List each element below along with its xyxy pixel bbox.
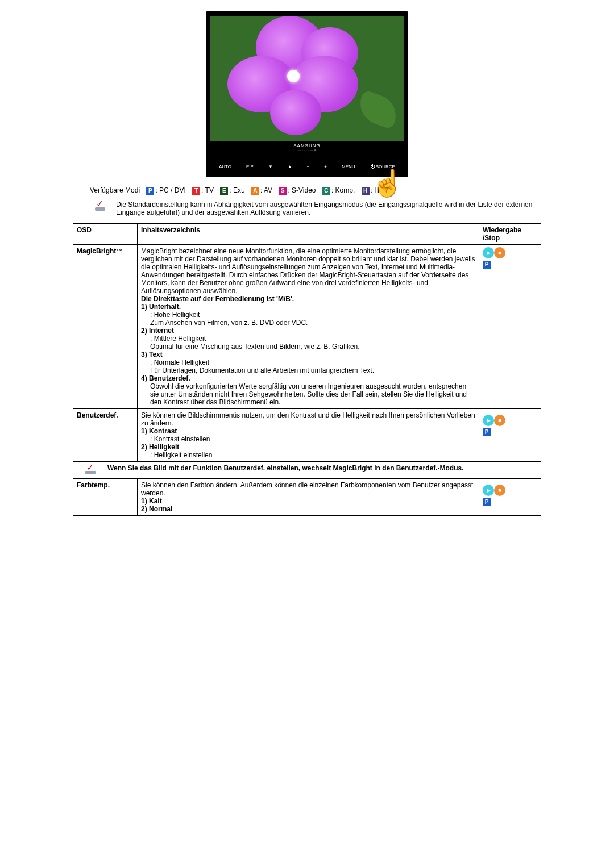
remote-btn-plus: +: [324, 164, 327, 169]
bd-opt1-a: : Kontrast einstellen: [141, 435, 475, 443]
stop-icon: [494, 485, 505, 496]
table-header-row: OSD Inhaltsverzeichnis Wiedergabe /Stop: [73, 223, 541, 244]
row-note: Wenn Sie das Bild mit der Funktion Benut…: [73, 461, 541, 478]
play-icon: [483, 247, 494, 258]
remote-btn-up: ▲: [288, 164, 292, 169]
bd-play-stop: P: [479, 408, 541, 461]
bd-opt2-h: 2) Helligkeit: [141, 443, 179, 451]
play-icon: [483, 485, 494, 496]
ft-opt1-h: 1) Kalt: [141, 497, 162, 505]
row-magicbright: MagicBright™ MagicBright bezeichnet eine…: [73, 244, 541, 408]
remote-btn-auto: AUTO: [219, 164, 231, 169]
available-modes-label: Verfügbare Modi: [90, 186, 140, 194]
mode-text-e: : Ext.: [229, 186, 244, 194]
hand-pointer-icon: ☝: [371, 170, 404, 196]
farbtemp-content: Sie können den Farbton ändern. Außerdem …: [138, 478, 479, 515]
check-icon: [77, 464, 104, 476]
mode-text-p: : PC / DVI: [155, 186, 185, 194]
mode-badge-h: H: [362, 187, 370, 195]
mb-opt3-h: 3) Text: [141, 350, 163, 358]
check-icon: [90, 201, 110, 212]
header-contents: Inhaltsverzeichnis: [138, 223, 479, 244]
monitor-frame: SAMSUNG — · · · · — ●: [206, 11, 408, 156]
monitor-screen: [210, 16, 404, 141]
mb-play-stop: P: [479, 244, 541, 408]
farbtemp-name: Farbtemp.: [77, 481, 110, 489]
note-text: Die Standardeinstellung kann in Abhängig…: [110, 201, 541, 216]
mb-opt2-b: Optimal für eine Mischung aus Texten und…: [141, 343, 475, 350]
mode-badge-p: P: [146, 187, 154, 195]
mode-text-t: : TV: [201, 186, 214, 194]
mb-opt1-b: Zum Ansehen von Filmen, von z. B. DVD od…: [141, 319, 475, 327]
ft-opt2-h: 2) Normal: [141, 505, 172, 513]
mode-text-s: : S-Video: [288, 186, 316, 194]
monitor-figure: SAMSUNG — · · · · — ● AUTO PIP ▼ ▲ − + M…: [73, 11, 541, 177]
mb-opt4-a: Obwohl die vorkonfigurierten Werte sorgf…: [141, 382, 475, 406]
mb-opt1-h: 1) Unterhalt.: [141, 303, 181, 311]
remote-btn-down: ▼: [268, 164, 273, 169]
stop-icon: [494, 247, 505, 258]
remote-btn-minus: −: [307, 164, 310, 169]
monitor-brand-label: SAMSUNG: [210, 143, 404, 148]
row-benutzerdef: Benutzerdef. Sie können die Bildschirmme…: [73, 408, 541, 461]
note-row: Die Standardeinstellung kann in Abhängig…: [90, 201, 541, 216]
mode-badge-a: A: [251, 187, 259, 195]
monitor-indicator-dots: — · · · · — ●: [210, 148, 404, 152]
ft-play-stop: P: [479, 478, 541, 515]
remote-buttons-panel: AUTO PIP ▼ ▲ − + MENU ⏻ SOURCE ☝: [206, 156, 408, 177]
mb-opt3-b: Für Unterlagen, Dokumentation und alle A…: [141, 366, 475, 374]
mode-text-c: : Komp.: [331, 186, 355, 194]
ft-intro: Sie können den Farbton ändern. Außerdem …: [141, 481, 473, 497]
stop-icon: [494, 415, 505, 426]
mb-opt4-h: 4) Benutzerdef.: [141, 374, 190, 382]
magicbright-intro: MagicBright bezeichnet eine neue Monitor…: [141, 247, 475, 295]
magicbright-content: MagicBright bezeichnet eine neue Monitor…: [138, 244, 479, 408]
bd-opt2-a: : Helligkeit einstellen: [141, 451, 475, 459]
row-farbtemp: Farbtemp. Sie können den Farbton ändern.…: [73, 478, 541, 515]
magicbright-direct: Die Direkttaste auf der Fernbedienung is…: [141, 295, 294, 303]
benutzerdef-content: Sie können die Bildschirmmenüs nutzen, u…: [138, 408, 479, 461]
benutzerdef-name: Benutzerdef.: [77, 411, 118, 419]
mode-p-badge: P: [483, 498, 491, 506]
header-play: Wiedergabe /Stop: [479, 223, 541, 244]
document-page: SAMSUNG — · · · · — ● AUTO PIP ▼ ▲ − + M…: [73, 11, 541, 516]
bd-opt1-h: 1) Kontrast: [141, 427, 177, 435]
osd-table: OSD Inhaltsverzeichnis Wiedergabe /Stop …: [73, 223, 541, 516]
remote-btn-menu: MENU: [342, 164, 355, 169]
mode-badge-c: C: [322, 187, 330, 195]
available-modes-line: Verfügbare Modi P: PC / DVI T: TV E: Ext…: [90, 186, 541, 195]
header-osd: OSD: [73, 223, 138, 244]
mode-badge-t: T: [192, 187, 200, 195]
mb-opt2-a: : Mittlere Helligkeit: [141, 335, 475, 343]
mode-text-a: : AV: [260, 186, 272, 194]
magicbright-name: MagicBright™: [77, 247, 123, 255]
mb-opt3-a: : Normale Helligkeit: [141, 358, 475, 366]
mb-opt1-a: : Hohe Helligkeit: [141, 311, 475, 319]
mode-badge-s: S: [279, 187, 287, 195]
mode-badge-e: E: [220, 187, 228, 195]
remote-btn-pip: PIP: [246, 164, 254, 169]
mode-p-badge: P: [483, 261, 491, 269]
flower-shape: [233, 22, 381, 135]
play-icon: [483, 415, 494, 426]
note-row-text: Wenn Sie das Bild mit der Funktion Benut…: [104, 464, 537, 472]
bd-intro: Sie können die Bildschirmmenüs nutzen, u…: [141, 411, 475, 427]
mb-opt2-h: 2) Internet: [141, 327, 174, 335]
mode-p-badge: P: [483, 428, 491, 436]
